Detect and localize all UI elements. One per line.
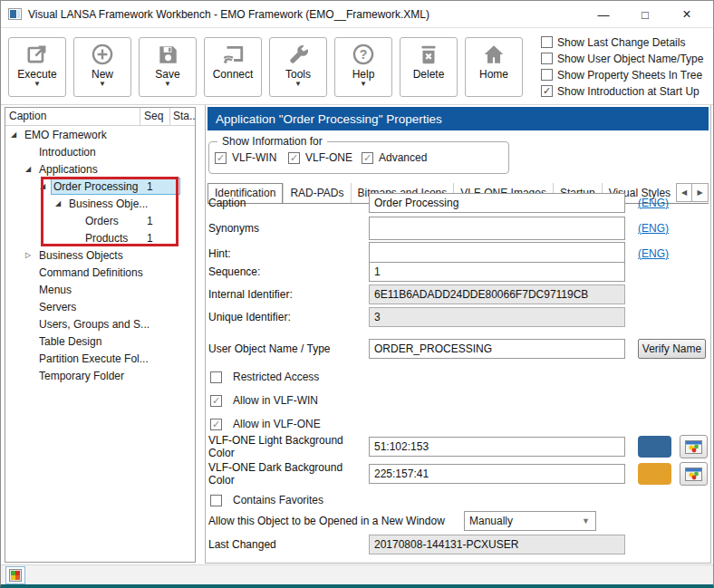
tools-icon [286,43,310,66]
home-icon [482,43,506,66]
checkbox-vlf-win[interactable]: ✓ VLF-WIN [215,151,288,164]
option-show-introduction[interactable]: ✓ Show Introduction at Start Up [541,84,703,99]
checkbox-show-property-sheets[interactable] [541,69,553,81]
expand-icon[interactable]: ◢ [11,130,24,139]
execute-caret-icon: ▼ [34,81,41,87]
option-show-user-object-name[interactable]: Show User Object Name/Type [541,52,703,66]
new-caret-icon: ▼ [99,81,106,87]
last-changed-value [369,535,625,554]
light-bg-color-picker-button[interactable] [680,435,708,458]
checkbox-vlf-one[interactable]: ✓ VLF-ONE [288,151,362,164]
new-button[interactable]: New ▼ [73,37,131,97]
option-label: Show Introduction at Start Up [557,85,700,98]
maximize-button[interactable]: □ [624,1,666,28]
tree-item-command-definitions[interactable]: Command Definitions [5,264,195,281]
sequence-label: Sequence: [208,265,369,278]
delete-label: Delete [413,68,445,81]
save-button[interactable]: Save ▼ [139,37,197,97]
toolbar-options: Show Last Change Details Show User Objec… [541,35,703,99]
tree-item-introduction[interactable]: Introduction [5,143,195,160]
internal-identifier-value [369,284,625,304]
tree-item-table-design[interactable]: Table Design [5,333,195,350]
hint-language-link[interactable]: (ENG) [638,247,669,260]
caption-label: Caption [208,197,369,209]
column-header-seq[interactable]: Seq [140,108,169,125]
color-picker-icon [685,468,702,481]
tools-button[interactable]: Tools ▼ [269,37,327,97]
new-icon [91,43,114,66]
colored-grid-icon [9,569,22,582]
app-icon [8,8,22,20]
delete-button[interactable]: Delete [400,37,458,97]
connect-button[interactable]: Connect [204,37,262,97]
synonyms-language-link[interactable]: (ENG) [638,222,669,235]
light-bg-color-input[interactable] [369,437,625,457]
option-label: Show User Object Name/Type [557,53,703,65]
checkbox-show-user-object-name[interactable] [541,53,553,64]
tree-item-menus[interactable]: Menus [5,281,195,298]
execute-button[interactable]: Execute ▼ [8,37,66,97]
tree-item-applications[interactable]: ◢ Applications [5,160,195,178]
tree-item-order-processing[interactable]: ◢ Order Processing 1 [5,178,195,195]
vlf-win-check[interactable]: ✓ [215,152,227,164]
option-show-last-change-details[interactable]: Show Last Change Details [541,35,703,50]
dark-bg-color-swatch [638,463,671,485]
tree-item-business-objects[interactable]: ▷ Business Objects [5,246,195,264]
caption-language-link[interactable]: (ENG) [638,197,669,209]
dark-bg-color-picker-button[interactable] [680,462,708,486]
dark-bg-color-input[interactable] [369,464,625,484]
tree-item-emo-framework[interactable]: ◢ EMO Framework [5,126,195,143]
open-new-window-dropdown[interactable]: Manually ▼ [464,511,596,531]
home-button[interactable]: Home [465,37,523,97]
user-object-name-input[interactable] [369,339,625,359]
help-button[interactable]: ? Help ▼ [334,37,392,97]
save-label: Save [155,68,179,81]
tools-caret-icon: ▼ [294,81,302,87]
advanced-check[interactable]: ✓ [362,152,373,164]
home-label: Home [479,68,508,81]
option-label: Show Last Change Details [557,36,685,49]
column-header-status[interactable]: Sta... [169,108,195,125]
verify-name-button[interactable]: Verify Name [638,339,706,359]
contains-favorites-checkbox[interactable] [210,495,222,506]
chevron-down-icon: ▼ [582,516,590,525]
checkbox-advanced[interactable]: ✓ Advanced [362,151,434,164]
synonyms-input[interactable] [369,217,625,240]
tree-item-servers[interactable]: Servers [5,298,195,315]
expand-icon[interactable]: ▷ [25,251,39,259]
expand-icon[interactable]: ◢ [25,165,39,173]
restricted-access-checkbox[interactable] [210,371,222,383]
tree-item-temporary-folder[interactable]: Temporary Folder [5,367,195,384]
expand-icon[interactable]: ◢ [40,182,53,190]
tree-item-orders[interactable]: Orders 1 [5,212,195,229]
unique-identifier-label: Unique Identifier: [208,311,369,323]
column-header-caption[interactable]: Caption [5,108,140,125]
tree-item-business-objects-child[interactable]: ◢ Business Obje... [5,195,195,212]
checkbox-show-introduction[interactable]: ✓ [541,85,553,97]
save-caret-icon: ▼ [164,81,171,87]
option-show-property-sheets[interactable]: Show Property Sheets In Tree [541,68,703,82]
option-label: Show Property Sheets In Tree [557,69,702,82]
light-bg-color-swatch [638,436,671,458]
close-button[interactable]: × [666,1,708,28]
tree-item-partition-execute[interactable]: Partition Execute Fol... [5,350,195,367]
help-caret-icon: ▼ [360,81,367,87]
properties-header: Application "Order Processing" Propertie… [207,107,709,130]
restricted-access-label: Restricted Access [233,371,319,383]
sequence-input[interactable] [369,262,625,282]
vlf-one-check[interactable]: ✓ [288,152,300,164]
tree-item-products[interactable]: Products 1 [5,229,195,246]
identification-form: Caption (ENG) Synonyms (ENG) Hint: (ENG)… [208,191,708,561]
color-picker-icon [685,440,702,454]
allow-vlf-win-checkbox[interactable]: ✓ [210,395,222,407]
framework-status-button[interactable] [5,566,25,584]
allow-vlf-one-checkbox[interactable]: ✓ [210,419,222,430]
minimize-button[interactable]: — [583,1,624,28]
show-information-groupbox: Show Information for ✓ VLF-WIN ✓ VLF-ONE… [208,141,509,174]
expand-icon[interactable]: ◢ [55,199,69,207]
tools-label: Tools [285,68,311,81]
tree-item-users-groups[interactable]: Users, Groups and S... [5,315,195,333]
new-label: New [92,68,113,81]
checkbox-show-last-change-details[interactable] [541,36,553,48]
caption-input[interactable] [369,193,625,213]
